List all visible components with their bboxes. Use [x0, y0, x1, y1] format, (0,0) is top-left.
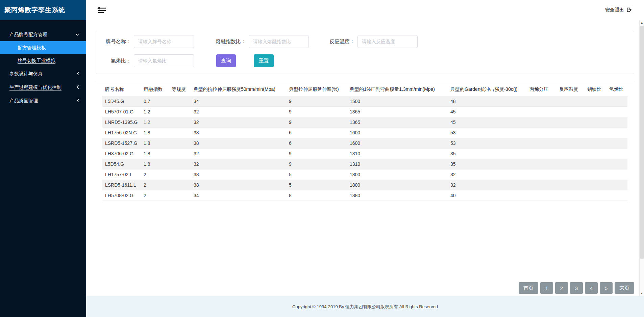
sidebar-item-recipe-management-template[interactable]: 配方管理模板 — [0, 41, 86, 54]
cell-propylene-partial-pressure — [527, 96, 556, 106]
sidebar-item-label: 牌号切换工业模拟 — [18, 58, 55, 63]
cell-melt-index: 2 — [141, 190, 169, 201]
pagination-page-button[interactable]: 5 — [600, 282, 613, 294]
grades-table: 牌号名称 熔融指数 等规度 典型的抗拉伸屈服强度50mm/min(Mpa) 典型… — [102, 83, 627, 201]
cell-grade-name: LH1757-02.L — [102, 169, 141, 180]
col-yield-elongation: 典型拉伸屈服延伸率(%) — [286, 83, 347, 96]
table-header-row: 牌号名称 熔融指数 等规度 典型的抗拉伸屈服强度50mm/min(Mpa) 典型… — [102, 83, 627, 96]
cell-gardner-impact: 45 — [448, 117, 527, 127]
cell-propylene-partial-pressure — [527, 169, 556, 180]
cell-grade-name: LSRD5-1527.G — [102, 138, 141, 148]
table-row: LH3706-02.G 1.8 32 9 1310 35 — [102, 148, 627, 159]
brand-name-input[interactable] — [134, 35, 194, 48]
cell-gardner-impact: 35 — [448, 148, 527, 159]
cell-flexural-modulus: 1310 — [347, 159, 448, 169]
logout-label: 安全退出 — [605, 7, 624, 13]
cell-al-ti-ratio — [585, 148, 606, 159]
filter-row-2: 氢烯比： 查询 重置 — [103, 54, 627, 67]
scrollbar-thumb[interactable] — [640, 26, 644, 259]
pagination-first-button[interactable]: 首页 — [519, 282, 538, 294]
cell-al-ti-ratio — [585, 117, 606, 127]
table-row: LSRD5-1611.L 2 38 5 1800 32 — [102, 180, 627, 190]
sidebar-item-product-grade-recipe-management[interactable]: 产品牌号配方管理 — [0, 28, 86, 41]
cell-grade-name: LH5707-01.G — [102, 106, 141, 117]
sidebar-item-label: 配方管理模板 — [18, 45, 46, 50]
cell-isotacticity — [169, 148, 191, 159]
cell-hydrogen-olefin-ratio — [606, 159, 627, 169]
table-row: LH1756-02N.G 1.8 38 6 1600 53 — [102, 127, 627, 138]
cell-yield-elongation: 5 — [286, 169, 347, 180]
col-grade-name: 牌号名称 — [102, 83, 141, 96]
pagination-page-button[interactable]: 4 — [585, 282, 598, 294]
vertical-scrollbar[interactable]: ▲ ▼ — [639, 20, 644, 296]
filter-panel: 牌号名称： 熔融指数比： 反应温度： 氢烯比： 查询 重置 — [96, 31, 634, 74]
filter-group-reaction-temperature: 反应温度： — [329, 35, 418, 48]
cell-reaction-temperature — [556, 96, 585, 106]
cell-melt-index: 0.7 — [141, 96, 169, 106]
cell-flexural-modulus: 1800 — [347, 169, 448, 180]
hydrogen-olefin-ratio-input[interactable] — [134, 54, 194, 67]
cell-isotacticity — [169, 190, 191, 201]
pagination-page-button[interactable]: 1 — [540, 282, 553, 294]
sidebar-item-parameter-design-simulation[interactable]: 参数设计与仿真 — [0, 67, 86, 80]
reset-button[interactable]: 重置 — [254, 54, 274, 67]
pagination-page-button[interactable]: 2 — [555, 282, 568, 294]
sidebar-item-production-process-modeling-control[interactable]: 生产过程建模与优化控制 — [0, 80, 86, 94]
chevron-down-icon — [75, 28, 79, 41]
cell-flexural-modulus: 1310 — [347, 148, 448, 159]
chevron-left-icon — [76, 67, 79, 80]
app-title: 聚丙烯数字孪生系统 — [0, 0, 86, 20]
table-row: LH5707-01.G 1.2 32 9 1365 45 — [102, 106, 627, 117]
sidebar-item-product-quality-management[interactable]: 产品质量管理 — [0, 94, 86, 107]
cell-al-ti-ratio — [585, 190, 606, 201]
cell-reaction-temperature — [556, 127, 585, 138]
search-button[interactable]: 查询 — [216, 54, 236, 67]
col-propylene-partial-pressure: 丙烯分压 — [527, 83, 556, 96]
cell-hydrogen-olefin-ratio — [606, 96, 627, 106]
cell-propylene-partial-pressure — [527, 106, 556, 117]
cell-reaction-temperature — [556, 148, 585, 159]
chevron-left-icon — [76, 94, 79, 107]
cell-melt-index: 1.2 — [141, 106, 169, 117]
cell-melt-index: 1.8 — [141, 159, 169, 169]
cell-hydrogen-olefin-ratio — [606, 106, 627, 117]
cell-isotacticity — [169, 180, 191, 190]
cell-isotacticity — [169, 106, 191, 117]
collapse-sidebar-icon[interactable] — [97, 7, 106, 14]
cell-reaction-temperature — [556, 190, 585, 201]
cell-gardner-impact: 35 — [448, 159, 527, 169]
cell-yield-elongation: 9 — [286, 159, 347, 169]
pagination-page-button[interactable]: 3 — [570, 282, 583, 294]
cell-melt-index: 2 — [141, 180, 169, 190]
cell-tensile-yield-strength: 38 — [191, 180, 286, 190]
cell-isotacticity — [169, 138, 191, 148]
cell-isotacticity — [169, 159, 191, 169]
scrollbar-down-arrow-icon[interactable]: ▼ — [640, 291, 644, 296]
cell-flexural-modulus: 1380 — [347, 190, 448, 201]
cell-al-ti-ratio — [585, 127, 606, 138]
cell-yield-elongation: 5 — [286, 180, 347, 190]
pagination-last-button[interactable]: 末页 — [615, 282, 634, 294]
cell-hydrogen-olefin-ratio — [606, 190, 627, 201]
reaction-temperature-input[interactable] — [357, 35, 418, 48]
cell-al-ti-ratio — [585, 169, 606, 180]
cell-flexural-modulus: 1365 — [347, 106, 448, 117]
sidebar-item-grade-switch-industrial-simulation[interactable]: 牌号切换工业模拟 — [0, 54, 86, 67]
cell-gardner-impact: 32 — [448, 180, 527, 190]
cell-flexural-modulus: 1365 — [347, 117, 448, 127]
cell-grade-name: LH3706-02.G — [102, 148, 141, 159]
cell-hydrogen-olefin-ratio — [606, 127, 627, 138]
cell-grade-name: L5D54.G — [102, 159, 141, 169]
cell-tensile-yield-strength: 32 — [191, 106, 286, 117]
col-al-ti-ratio: 铝钛比 — [585, 83, 606, 96]
logout-button[interactable]: 安全退出 — [605, 0, 632, 20]
cell-yield-elongation: 6 — [286, 127, 347, 138]
filter-group-melt-index-ratio: 熔融指数比： — [216, 35, 309, 48]
melt-index-ratio-input[interactable] — [249, 35, 309, 48]
cell-reaction-temperature — [556, 106, 585, 117]
scrollbar-up-arrow-icon[interactable]: ▲ — [640, 20, 644, 25]
cell-tensile-yield-strength: 32 — [191, 159, 286, 169]
cell-propylene-partial-pressure — [527, 148, 556, 159]
cell-gardner-impact: 48 — [448, 96, 527, 106]
table-row: LSRD5-1527.G 1.8 38 6 1600 53 — [102, 138, 627, 148]
